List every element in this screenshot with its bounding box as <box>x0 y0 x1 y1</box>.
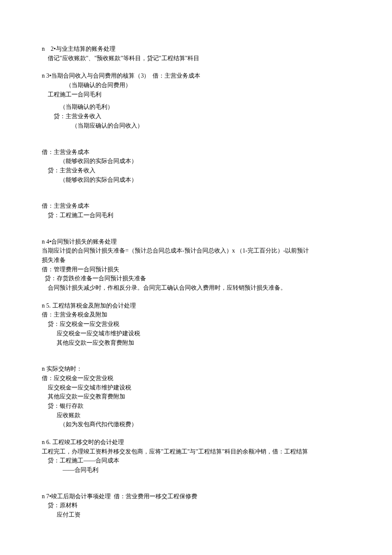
section-3c: 借：主营业务成本 贷：工程施工一合同毛利 <box>42 201 350 220</box>
text-line: 工程完工，办理竣工资料并移交发包商，应将"工程施工"与"工程结算"科目的余额冲销… <box>42 447 350 456</box>
text-line: 贷：应交税金一应交营业税 <box>42 320 350 329</box>
text-line: n 5. 工程结算税金及附加的会计处理 <box>42 301 350 311</box>
text-line: 贷：主营业务收入 <box>42 166 350 175</box>
section-5b: n 实际交纳时： 借：应交税金一应交营业税 应交税金一应交城市维护建设税 其他应… <box>42 364 350 429</box>
text-line: 贷：工程施工——合同成本 <box>42 456 350 465</box>
text-line: 借：管理费用一合同预计损失 <box>42 265 350 274</box>
text-line: 应收账款 <box>42 411 350 420</box>
text-line: （能够收回的实际合同成本） <box>42 157 350 166</box>
text-line: n 4•合同预计损失的账务处理 <box>42 237 350 247</box>
text-line: 借：主营业务成本 <box>42 201 350 211</box>
text-line: 应交税金一应交城市维护建设税 <box>42 383 350 392</box>
text-line: n 3•当期合同收入与合同费用的核算（3） 借：主营业务成本 <box>42 71 350 81</box>
section-3: n 3•当期合同收入与合同费用的核算（3） 借：主营业务成本 （当期确认的合同费… <box>42 71 350 130</box>
text-line: 其他应交款一应交教育费附加 <box>42 338 350 348</box>
text-line: 合同预计损失减少时，作相反分录。合同完工确认合同收入费用时，应转销预计损失准备。 <box>42 283 350 293</box>
text-line: n 实际交纳时： <box>42 364 350 374</box>
text-line: n 6. 工程竣工移交时的会计处理 <box>42 438 350 447</box>
text-line: 应交税金一应交城市维护建设税 <box>42 329 350 338</box>
text-line: （如为发包商代扣代缴税费） <box>42 420 350 429</box>
section-3b: 借：主营业务成本 （能够收回的实际合同成本） 贷：主营业务收入 （能够收回的实际… <box>42 148 350 185</box>
section-4: n 4•合同预计损失的账务处理 当期应计提的合同预计损失准备=（预计总合同总成本… <box>42 237 350 293</box>
text-line: n 2•与业主结算的账务处理 <box>42 44 350 54</box>
text-line: 借记"应收账款"、"预收账款"等科目，贷记"工程结算"科目 <box>42 54 350 63</box>
text-line: 其他应交款一应交教育费附加 <box>42 392 350 401</box>
section-7: n 7•竣工后期会计事项处理 借：营业费用一移交工程保修费 贷：原材料 应付工资 <box>42 492 350 520</box>
document-page: n 2•与业主结算的账务处理 借记"应收账款"、"预收账款"等科目，贷记"工程结… <box>0 0 392 555</box>
text-line: 借：应交税金一应交营业税 <box>42 374 350 383</box>
text-line: （能够收回的实际合同成本） <box>42 175 350 185</box>
text-line: 借：主营业务成本 <box>42 148 350 157</box>
text-line: 借：主营业务税金及附加 <box>42 310 350 320</box>
text-line: n 7•竣工后期会计事项处理 借：营业费用一移交工程保修费 <box>42 492 350 501</box>
text-line: （当期确认的合同费用） <box>42 81 350 90</box>
text-line: 贷：存货跌价准备一合同预计损失准备 <box>42 274 350 283</box>
section-2: n 2•与业主结算的账务处理 借记"应收账款"、"预收账款"等科目，贷记"工程结… <box>42 44 350 63</box>
text-line: 贷：工程施工一合同毛利 <box>42 211 350 220</box>
text-line: 贷：银行存款 <box>42 401 350 411</box>
text-line: 工程施工一合同毛利 <box>42 90 350 99</box>
text-line: ——合同毛利 <box>42 465 350 475</box>
section-6: n 6. 工程竣工移交时的会计处理 工程完工，办理竣工资料并移交发包商，应将"工… <box>42 438 350 475</box>
text-line: 当期应计提的合同预计损失准备=（预计总合同总成本-预计合同总收入）x （1-完工… <box>42 246 350 256</box>
text-line: 损失准备 <box>42 256 350 265</box>
text-line: 贷：主营业务收入 <box>42 112 350 121</box>
section-5: n 5. 工程结算税金及附加的会计处理 借：主营业务税金及附加 贷：应交税金一应… <box>42 301 350 347</box>
text-line: 贷：原材料 <box>42 501 350 510</box>
text-line: （当期应确认的合同收入） <box>42 121 350 131</box>
text-line: （当期确认的毛利） <box>42 102 350 112</box>
text-line: 应付工资 <box>42 510 350 520</box>
